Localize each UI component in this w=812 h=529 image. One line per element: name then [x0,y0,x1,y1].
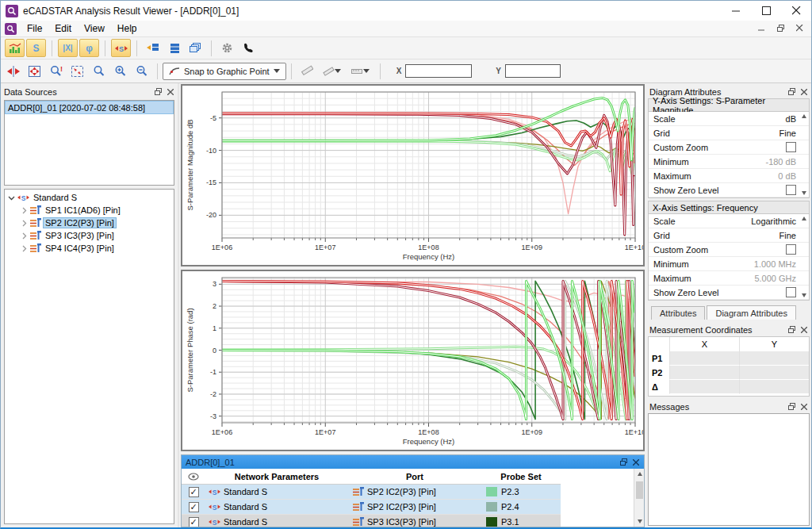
scroll-down-icon[interactable] [802,293,806,297]
results-row[interactable]: ✓SStandard SSP2 IC2(P3) [Pin]P2.3 [182,485,561,500]
property-checkbox[interactable] [786,287,796,297]
property-value[interactable]: Logarithmic [751,217,796,226]
zoom-out-button[interactable] [132,62,151,80]
tree-item[interactable]: SP2 IC2(P3) [Pin] [5,217,174,229]
tree-item[interactable]: SP3 IC3(P3) [Pin] [5,229,174,242]
zoom-window-button[interactable] [89,62,109,80]
document-icon[interactable] [5,23,17,35]
waveform-chart-button[interactable] [5,39,25,57]
data-source-item[interactable]: ADDR[0]_01 [2020-07-02 08:48:58] [5,101,174,114]
zoom-fit-button[interactable] [67,62,87,80]
new-diagram-button[interactable] [143,39,163,57]
s-parameter-button[interactable]: S [26,39,46,57]
property-value[interactable]: Fine [779,231,796,240]
cascade-windows-button[interactable] [186,39,205,57]
minimize-button[interactable] [721,1,751,21]
close-panel-icon[interactable] [800,88,808,96]
data-sources-title: Data Sources [4,87,57,97]
measure-button[interactable] [297,62,317,80]
scroll-up-icon[interactable] [802,217,806,220]
fit-all-button[interactable] [25,62,44,80]
menu-help[interactable]: Help [111,21,144,36]
x-value-cell[interactable] [669,351,739,366]
visibility-checkbox[interactable]: ✓ [189,502,199,512]
float-panel-icon[interactable] [154,88,162,96]
results-table: Network ParametersPortProbe Set✓SStandar… [182,469,644,527]
scroll-down-icon[interactable] [634,516,644,527]
expander-icon[interactable] [21,245,28,252]
visibility-checkbox[interactable]: ✓ [189,487,199,497]
results-row[interactable]: ✓SStandard SSP3 IC3(P3) [Pin]P3.1 [182,515,561,527]
property-checkbox[interactable] [786,244,796,255]
settings-button[interactable] [217,39,237,57]
menu-file[interactable]: File [21,21,48,36]
close-panel-icon[interactable] [632,458,640,466]
tab-attributes[interactable]: Attributes [651,306,705,320]
tab-diagram-attributes[interactable]: Diagram Attributes [707,305,795,320]
property-value[interactable]: 0 dB [778,171,796,181]
visibility-checkbox[interactable]: ✓ [189,517,199,527]
magnitude-chart[interactable]: -5-10-15-201E+061E+071E+081E+091E+10Freq… [181,84,645,266]
tree-root-standard-s[interactable]: SStandard S [5,191,174,204]
y-coordinate-input[interactable] [505,64,561,78]
fit-horizontal-button[interactable] [3,62,23,80]
phase-chart[interactable]: 3210-1-2-31E+061E+071E+081E+091E+10Frequ… [181,270,645,451]
property-value[interactable]: 5.000 GHz [754,274,796,283]
close-button[interactable] [781,1,811,21]
property-checkbox[interactable] [786,142,796,152]
property-value[interactable]: 1.000 MHz [754,259,796,269]
tree-item[interactable]: SP4 IC4(P3) [Pin] [5,242,174,255]
mdi-minimize-button[interactable] [756,25,767,33]
close-panel-icon[interactable] [800,326,808,334]
network-parameters-cell: SStandard S [205,502,348,512]
float-panel-icon[interactable] [619,458,627,466]
expander-icon[interactable] [21,207,28,214]
tree-item[interactable]: SP1 IC1(AD6) [Pin] [5,204,174,217]
menu-view[interactable]: View [78,21,111,36]
x-value-cell[interactable] [669,366,739,380]
close-panel-icon[interactable] [800,403,808,411]
results-row[interactable]: ✓SStandard SSP2 IC2(P3) [Pin]P2.4 [182,500,561,515]
float-panel-icon[interactable] [787,403,795,411]
phase-icon: φ [86,43,93,54]
zoom-in-button[interactable] [110,62,130,80]
tile-horizontal-button[interactable] [164,39,184,57]
measure-band-dropdown[interactable] [347,62,374,80]
zoom-fit-icon [71,66,83,77]
snap-mode-label: Snap to Graphic Point [184,67,270,76]
expander-icon[interactable] [21,220,28,227]
float-panel-icon[interactable] [787,326,795,334]
snap-mode-dropdown[interactable]: Snap to Graphic Point [163,63,286,80]
measure-mode-dropdown[interactable] [319,62,346,80]
scroll-up-icon[interactable] [802,114,806,118]
property-value[interactable]: dB [786,114,796,124]
scrollbar-thumb[interactable] [636,481,643,499]
scroll-down-icon[interactable] [802,191,806,195]
expander-icon[interactable] [21,232,28,240]
phase-button[interactable]: φ [79,39,99,57]
standard-s-button[interactable]: S [111,39,131,57]
float-panel-icon[interactable] [787,88,795,96]
y-value-cell[interactable] [739,351,809,366]
y-value-cell[interactable] [739,380,809,394]
contact-support-button[interactable] [239,39,259,57]
mdi-close-button[interactable] [794,25,805,33]
messages-panel: Messages [646,400,811,527]
property-value[interactable]: -180 dB [765,157,796,167]
y-value-cell[interactable] [739,366,809,380]
x-coordinate-input[interactable] [405,64,472,78]
maximize-button[interactable] [751,1,781,21]
scroll-up-icon[interactable] [634,469,644,479]
x-value-cell[interactable] [669,380,739,394]
close-panel-icon[interactable] [167,88,174,96]
results-scrollbar[interactable] [634,469,644,527]
mdi-restore-button[interactable] [775,25,786,33]
menu-edit[interactable]: Edit [48,21,78,36]
property-value[interactable]: Fine [779,128,796,138]
property-checkbox[interactable] [786,185,796,195]
zoom-previous-button[interactable]: ! [46,62,66,80]
expander-icon[interactable] [8,194,15,201]
network-label: Standard S [224,517,267,527]
magnitude-button[interactable]: |X| [58,39,78,57]
svg-text:S: S [118,44,123,52]
